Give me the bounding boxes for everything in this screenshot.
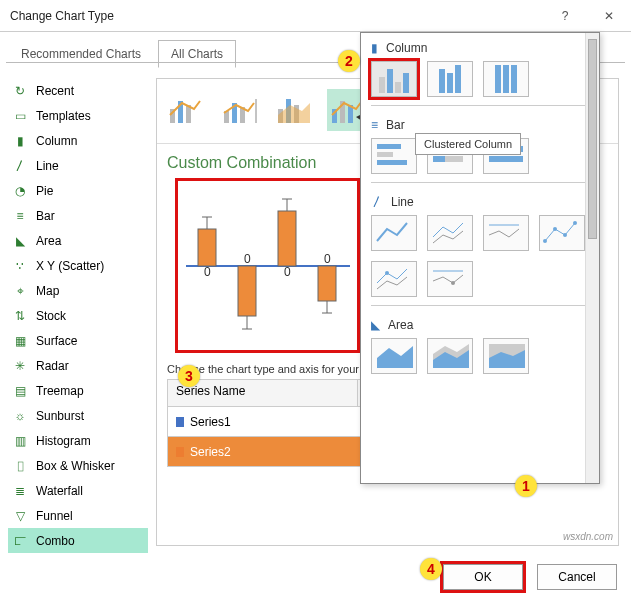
sidebar-item-map[interactable]: ⌖Map [8, 278, 148, 303]
area-icon: ◣ [371, 318, 380, 332]
svg-marker-46 [377, 346, 413, 368]
svg-point-41 [553, 227, 557, 231]
svg-text:0: 0 [284, 265, 291, 279]
sidebar-item-column[interactable]: ▮Column [8, 128, 148, 153]
column-icon: ▮ [12, 133, 28, 149]
combo-icon: ⫍ [12, 533, 28, 549]
window-title: Change Chart Type [10, 9, 543, 23]
sidebar-item-templates[interactable]: ▭Templates [8, 103, 148, 128]
callout-2: 2 [338, 50, 360, 72]
popup-scrollbar[interactable] [585, 33, 599, 483]
sidebar-item-stock[interactable]: ⇅Stock [8, 303, 148, 328]
series2-label: Series2 [190, 445, 231, 459]
box-whisker-icon: ⌷ [12, 458, 28, 474]
close-button[interactable]: ✕ [587, 0, 631, 32]
area-icon: ◣ [12, 233, 28, 249]
chart-preview: 0000 [175, 178, 360, 353]
cancel-button[interactable]: Cancel [537, 564, 617, 590]
combo-type-3[interactable] [273, 89, 315, 131]
thumb-stacked-line[interactable] [427, 215, 473, 251]
sidebar-item-waterfall[interactable]: ≣Waterfall [8, 478, 148, 503]
bar-icon: ≡ [12, 208, 28, 224]
funnel-icon: ▽ [12, 508, 28, 524]
svg-point-40 [543, 239, 547, 243]
series2-swatch [176, 447, 184, 457]
histogram-icon: ▥ [12, 433, 28, 449]
sidebar-item-recent[interactable]: ↻Recent [8, 78, 148, 103]
svg-text:0: 0 [324, 252, 331, 266]
tooltip-clustered-column: Clustered Column [415, 133, 521, 155]
thumb-line-markers[interactable] [539, 215, 585, 251]
stock-icon: ⇅ [12, 308, 28, 324]
thumb-stacked-line-markers[interactable] [371, 261, 417, 297]
svg-point-45 [451, 281, 455, 285]
popup-section-column: ▮Column [371, 41, 589, 55]
svg-point-43 [573, 221, 577, 225]
svg-text:0: 0 [244, 252, 251, 266]
sidebar-item-box-whisker[interactable]: ⌷Box & Whisker [8, 453, 148, 478]
thumb-clustered-column[interactable] [371, 61, 417, 97]
radar-icon: ✳ [12, 358, 28, 374]
svg-rect-39 [489, 156, 523, 162]
sidebar-item-surface[interactable]: ▦Surface [8, 328, 148, 353]
svg-rect-36 [433, 156, 445, 162]
sidebar-item-area[interactable]: ◣Area [8, 228, 148, 253]
svg-rect-33 [377, 160, 407, 165]
popup-section-bar: ≡Bar [371, 118, 589, 132]
thumb-line[interactable] [371, 215, 417, 251]
svg-rect-24 [318, 266, 336, 301]
tab-all-charts[interactable]: All Charts [158, 40, 236, 68]
chart-category-list: ↻Recent ▭Templates ▮Column 〳Line ◔Pie ≡B… [8, 78, 148, 553]
thumb-area[interactable] [371, 338, 417, 374]
combo-type-1[interactable] [165, 89, 207, 131]
sidebar-item-sunburst[interactable]: ☼Sunburst [8, 403, 148, 428]
svg-rect-31 [377, 144, 401, 149]
sidebar-item-scatter[interactable]: ∵X Y (Scatter) [8, 253, 148, 278]
sidebar-item-bar[interactable]: ≡Bar [8, 203, 148, 228]
sidebar-item-pie[interactable]: ◔Pie [8, 178, 148, 203]
svg-text:0: 0 [204, 265, 211, 279]
sidebar-item-funnel[interactable]: ▽Funnel [8, 503, 148, 528]
sidebar-item-radar[interactable]: ✳Radar [8, 353, 148, 378]
thumb-stacked-column[interactable] [427, 61, 473, 97]
series1-label: Series1 [190, 415, 231, 429]
popup-section-area: ◣Area [371, 318, 589, 332]
sidebar-item-line[interactable]: 〳Line [8, 153, 148, 178]
sidebar-item-histogram[interactable]: ▥Histogram [8, 428, 148, 453]
sidebar-item-combo[interactable]: ⫍Combo [8, 528, 148, 553]
recent-icon: ↻ [12, 83, 28, 99]
chart-type-popup: ▮Column Clustered Column ≡Bar 〳Line ◣Are… [360, 32, 600, 484]
ok-button[interactable]: OK [443, 564, 523, 590]
help-button[interactable]: ? [543, 0, 587, 32]
thumb-100-stacked-area[interactable] [483, 338, 529, 374]
svg-point-42 [563, 233, 567, 237]
line-icon: 〳 [12, 158, 28, 174]
dialog-buttons: OK Cancel [443, 564, 617, 590]
svg-rect-21 [278, 211, 296, 266]
svg-rect-37 [445, 156, 463, 162]
surface-icon: ▦ [12, 333, 28, 349]
tab-strip: Recommended Charts All Charts [8, 40, 236, 68]
sunburst-icon: ☼ [12, 408, 28, 424]
map-icon: ⌖ [12, 283, 28, 299]
treemap-icon: ▤ [12, 383, 28, 399]
bar-icon: ≡ [371, 118, 378, 132]
thumb-100-stacked-line[interactable] [483, 215, 529, 251]
watermark: wsxdn.com [563, 531, 613, 542]
thumb-clustered-bar[interactable] [371, 138, 417, 174]
tab-recommended[interactable]: Recommended Charts [8, 40, 154, 68]
thumb-100-stacked-column[interactable] [483, 61, 529, 97]
svg-rect-18 [238, 266, 256, 316]
sidebar-item-treemap[interactable]: ▤Treemap [8, 378, 148, 403]
svg-rect-15 [198, 229, 216, 266]
thumb-stacked-area[interactable] [427, 338, 473, 374]
scatter-icon: ∵ [12, 258, 28, 274]
combo-type-2[interactable] [219, 89, 261, 131]
svg-point-44 [385, 271, 389, 275]
thumb-100-stacked-line-markers[interactable] [427, 261, 473, 297]
waterfall-icon: ≣ [12, 483, 28, 499]
callout-4: 4 [420, 558, 442, 580]
titlebar: Change Chart Type ? ✕ [0, 0, 631, 32]
line-icon: 〳 [371, 195, 383, 209]
column-icon: ▮ [371, 41, 378, 55]
